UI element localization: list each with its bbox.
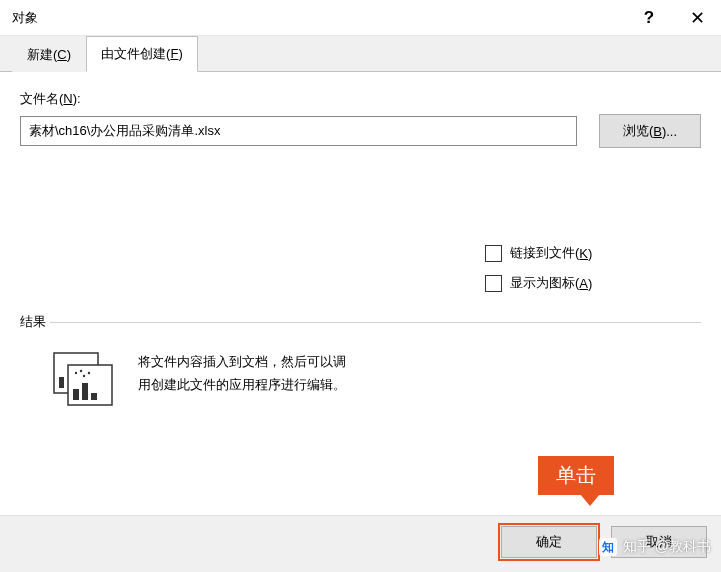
svg-rect-6 [73,389,79,400]
svg-point-3 [80,370,82,372]
link-to-file-checkbox[interactable] [485,245,502,262]
dialog-buttons: 确定 取消 [0,515,721,572]
ok-button[interactable]: 确定 [501,526,597,558]
result-box: 将文件内容插入到文档，然后可以调 用创建此文件的应用程序进行编辑。 [20,322,701,462]
result-description: 将文件内容插入到文档，然后可以调 用创建此文件的应用程序进行编辑。 [138,349,346,397]
help-button[interactable]: ? [625,1,673,35]
display-as-icon-checkbox[interactable] [485,275,502,292]
svg-rect-8 [91,393,97,400]
titlebar: 对象 ? ✕ [0,0,721,36]
svg-point-5 [88,372,90,374]
tab-new[interactable]: 新建(C) [12,37,86,72]
annotation-callout: 单击 [538,456,614,495]
filename-label: 文件名(N): [20,90,701,108]
result-heading: 结果 [20,313,50,331]
dialog-title: 对象 [12,9,625,27]
close-button[interactable]: ✕ [673,1,721,35]
tab-create-from-file[interactable]: 由文件创建(F) [86,36,198,72]
tab-content: 文件名(N): 浏览(B)... 链接到文件(K) 显示为图标(A) 结果 [0,72,721,515]
embedded-object-icon [48,349,120,411]
svg-rect-7 [82,383,88,400]
result-group: 结果 将文件内容插入到文档，然后可以调 [20,322,701,462]
file-row: 浏览(B)... [20,114,701,148]
browse-button[interactable]: 浏览(B)... [599,114,701,148]
svg-point-2 [75,372,77,374]
options: 链接到文件(K) 显示为图标(A) [485,244,701,304]
cancel-button[interactable]: 取消 [611,526,707,558]
link-to-file-row[interactable]: 链接到文件(K) [485,244,701,262]
tabs: 新建(C) 由文件创建(F) [0,36,721,72]
filename-input[interactable] [20,116,577,146]
display-as-icon-row[interactable]: 显示为图标(A) [485,274,701,292]
svg-point-4 [83,375,85,377]
svg-rect-9 [59,377,64,388]
